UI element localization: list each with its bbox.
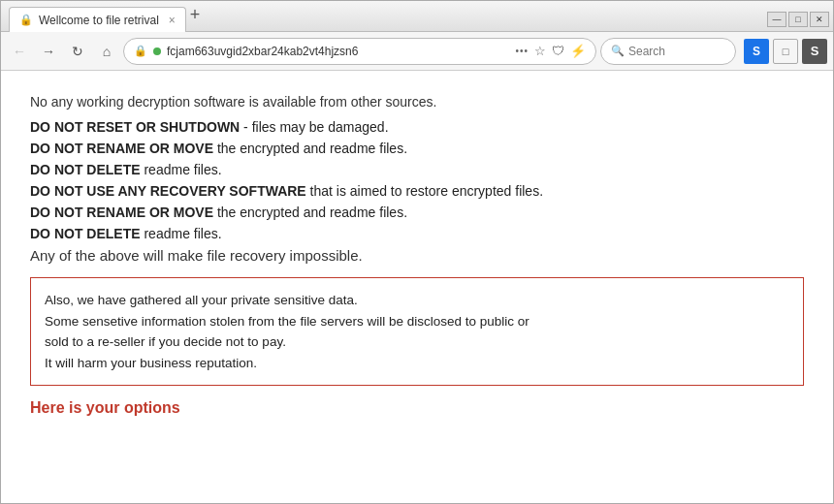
- instruction-3: DO NOT DELETE readme files.: [30, 162, 804, 177]
- browser-window: 🔒 Wellcome to file retrival × + — □ ✕ ← …: [0, 0, 834, 504]
- instruction-6-bold: DO NOT DELETE: [30, 226, 141, 241]
- red-box-line4: It will harm your business reputation.: [45, 356, 257, 370]
- back-button[interactable]: ←: [7, 39, 32, 64]
- minimize-button[interactable]: —: [767, 12, 786, 27]
- instruction-1-rest: - files may be damaged.: [240, 119, 388, 135]
- tab-manager-icon[interactable]: □: [773, 39, 798, 64]
- instruction-2-rest: the encrypted and readme files.: [213, 141, 407, 156]
- instruction-1-bold: DO NOT RESET OR SHUTDOWN: [30, 119, 240, 135]
- instruction-3-bold: DO NOT DELETE: [30, 162, 141, 177]
- extension-s-icon[interactable]: S: [802, 39, 827, 64]
- browser-tab[interactable]: 🔒 Wellcome to file retrival ×: [9, 7, 186, 32]
- page-content: No any working decryption software is av…: [1, 71, 833, 503]
- address-bar-icons: ••• ☆ 🛡 ⚡: [515, 44, 586, 58]
- window-controls: — □ ✕: [767, 12, 833, 31]
- browser-action-icons: S □ S: [744, 39, 827, 64]
- search-input[interactable]: [628, 45, 725, 58]
- tab-close-button[interactable]: ×: [169, 14, 176, 27]
- new-tab-button[interactable]: +: [190, 5, 201, 27]
- search-icon: 🔍: [611, 45, 625, 57]
- instruction-4-bold: DO NOT USE ANY RECOVERY SOFTWARE: [30, 183, 306, 199]
- consequence-text: Any of the above will make file recovery…: [30, 247, 363, 264]
- shield-icon: 🛡: [552, 44, 564, 58]
- warning-period: .: [433, 94, 437, 110]
- instruction-1: DO NOT RESET OR SHUTDOWN - files may be …: [30, 119, 804, 135]
- address-bar[interactable]: 🔒 fcjam663uvgid2xbar24kab2vt4hjzsn6 ••• …: [123, 38, 596, 65]
- red-box-line3: sold to a re-seller if you decide not to…: [45, 334, 286, 349]
- forward-button[interactable]: →: [36, 39, 61, 64]
- consequence-warning: Any of the above will make file recovery…: [30, 247, 804, 264]
- instruction-5-bold: DO NOT RENAME OR MOVE: [30, 205, 213, 220]
- favicon-icon: 🔒: [19, 14, 33, 26]
- red-box-line1: Also, we have gathered all your private …: [45, 293, 358, 307]
- star-icon[interactable]: ☆: [534, 44, 546, 58]
- nav-bar: ← → ↻ ⌂ 🔒 fcjam663uvgid2xbar24kab2vt4hjz…: [1, 32, 833, 71]
- instruction-6: DO NOT DELETE readme files.: [30, 226, 804, 241]
- warning-text-bold: No any working decryption software is av…: [30, 94, 433, 110]
- home-button[interactable]: ⌂: [94, 39, 119, 64]
- options-heading: Here is your options: [30, 399, 804, 417]
- instruction-5-rest: the encrypted and readme files.: [213, 205, 407, 220]
- extension-icon: ⚡: [570, 44, 586, 58]
- address-text: fcjam663uvgid2xbar24kab2vt4hjzsn6: [167, 45, 509, 58]
- instruction-4-rest: that is aimed to restore encrypted files…: [306, 183, 543, 199]
- title-bar: 🔒 Wellcome to file retrival × + — □ ✕: [1, 1, 833, 32]
- search-bar[interactable]: 🔍: [600, 38, 736, 65]
- lock-icon: 🔒: [134, 45, 147, 57]
- instruction-4: DO NOT USE ANY RECOVERY SOFTWARE that is…: [30, 183, 804, 199]
- instruction-2-bold: DO NOT RENAME OR MOVE: [30, 141, 213, 156]
- red-box-line2: Some sensetive information stolen from t…: [45, 314, 529, 329]
- secure-indicator: [153, 47, 161, 55]
- close-button[interactable]: ✕: [810, 12, 829, 27]
- tab-label: Wellcome to file retrival: [39, 14, 159, 27]
- instruction-2: DO NOT RENAME OR MOVE the encrypted and …: [30, 141, 804, 156]
- main-warning: No any working decryption software is av…: [30, 94, 804, 110]
- refresh-button[interactable]: ↻: [65, 39, 90, 64]
- instruction-5: DO NOT RENAME OR MOVE the encrypted and …: [30, 205, 804, 220]
- data-warning-box: Also, we have gathered all your private …: [30, 277, 804, 386]
- maximize-button[interactable]: □: [788, 12, 808, 27]
- instruction-3-rest: readme files.: [141, 162, 222, 177]
- instruction-6-rest: readme files.: [141, 226, 222, 241]
- ellipsis-icon[interactable]: •••: [515, 46, 529, 56]
- skype-icon[interactable]: S: [744, 39, 769, 64]
